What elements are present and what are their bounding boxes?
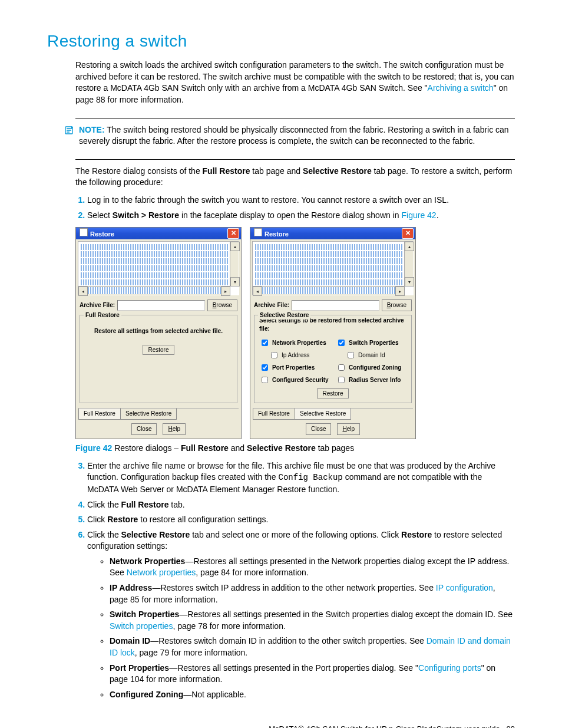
archive-file-input[interactable]: [292, 300, 379, 311]
browse-button[interactable]: Browse: [207, 299, 237, 311]
group-legend: Selective Restore: [258, 311, 310, 319]
list-item: Domain ID—Restores switch domain ID in a…: [110, 635, 515, 658]
text: —Restores switch IP address in addition …: [152, 583, 435, 592]
label: Ip Address: [282, 351, 309, 360]
checkbox-ip-address[interactable]: Ip Address: [259, 350, 330, 360]
note-icon: [65, 126, 74, 139]
checkbox-configured-zoning[interactable]: Configured Zoning: [336, 363, 406, 373]
horizontal-scrollbar[interactable]: ◂▸: [253, 286, 405, 295]
group-legend: Full Restore: [84, 311, 121, 319]
scroll-left-icon[interactable]: ◂: [253, 286, 262, 296]
label: Radius Server Info: [349, 376, 401, 384]
link-configuring-ports[interactable]: Configuring ports: [418, 663, 481, 673]
label: Switch Properties: [349, 339, 398, 347]
checkbox-port-properties[interactable]: Port Properties: [259, 363, 330, 373]
titlebar: Restore ✕: [250, 228, 415, 239]
scroll-up-icon[interactable]: ▴: [405, 242, 414, 251]
list-item: IP Address—Restores switch IP address in…: [110, 582, 515, 605]
scroll-up-icon[interactable]: ▴: [230, 242, 240, 251]
tab-full-restore[interactable]: Full Restore: [78, 409, 121, 420]
checkbox-network-properties[interactable]: Network Properties: [259, 338, 330, 348]
tab-full-restore[interactable]: Full Restore: [253, 409, 295, 420]
page-footer: McDATA® 4Gb SAN Switch for HP p-Class Bl…: [47, 724, 515, 728]
file-list: ▴▾ ◂▸: [252, 241, 414, 295]
window-title: Restore: [90, 230, 114, 238]
text: The Restore dialog consists of the: [75, 166, 203, 176]
horizontal-scrollbar[interactable]: ◂▸: [78, 286, 230, 295]
scroll-right-icon[interactable]: ▸: [221, 286, 230, 296]
scroll-left-icon[interactable]: ◂: [78, 286, 88, 296]
checkbox-radius-server[interactable]: Radius Server Info: [336, 375, 406, 385]
note-block: NOTE: The switch being restored should b…: [65, 124, 515, 147]
tab-selective-restore[interactable]: Selective Restore: [120, 409, 177, 420]
step-4: Click the Full Restore tab.: [87, 499, 515, 511]
text: —Restores all settings presented in the …: [169, 663, 418, 673]
step-1: Log in to the fabric through the switch …: [87, 195, 515, 206]
text: tab pages: [316, 443, 354, 453]
restore-button[interactable]: Restore: [317, 388, 348, 398]
options-list: Network Properties—Restores all settings…: [99, 556, 515, 701]
checkbox-configured-security[interactable]: Configured Security: [259, 375, 330, 385]
figure-caption: Figure 42 Restore dialogs – Full Restore…: [75, 443, 515, 454]
figure-label: Figure 42: [75, 443, 112, 453]
text: Switch Properties: [110, 610, 179, 619]
archive-file-input[interactable]: [117, 300, 205, 311]
scroll-down-icon[interactable]: ▾: [230, 277, 240, 286]
intro-paragraph: Restoring a switch loads the archived sw…: [75, 60, 515, 106]
text: tab.: [168, 500, 184, 509]
text: Restore dialogs –: [112, 443, 181, 453]
text: Selective Restore: [303, 166, 372, 176]
link-switch-properties[interactable]: Switch properties: [110, 621, 173, 631]
text: Selective Restore: [121, 530, 190, 539]
restore-button[interactable]: Restore: [143, 345, 174, 355]
text: Full Restore: [121, 500, 169, 509]
text: Switch > Restore: [113, 210, 179, 220]
footer-title: McDATA® 4Gb SAN Switch for HP p-Class Bl…: [269, 724, 500, 728]
restore-dialog-full: Restore ✕ ▴▾ ◂▸ Archive File: Browse Ful…: [75, 227, 242, 439]
text: tab and select one or more of the follow…: [190, 530, 401, 539]
text: Domain ID: [110, 636, 150, 645]
text: IP Address: [110, 583, 152, 592]
paragraph: The Restore dialog consists of the Full …: [75, 166, 515, 189]
text: to restore all configuration settings.: [138, 515, 268, 524]
vertical-scrollbar[interactable]: ▴▾: [404, 242, 413, 286]
close-icon[interactable]: ✕: [227, 228, 239, 239]
browse-button[interactable]: Browse: [382, 299, 412, 311]
tabstrip: Full Restore Selective Restore: [253, 408, 413, 420]
link-archiving[interactable]: Archiving a switch: [428, 83, 494, 93]
link-network-properties[interactable]: Network properties: [127, 568, 196, 577]
titlebar: Restore ✕: [76, 228, 241, 239]
list-item: Network Properties—Restores all settings…: [110, 556, 515, 579]
text: Select: [87, 210, 113, 220]
close-button[interactable]: Close: [306, 423, 332, 435]
close-button[interactable]: Close: [131, 423, 157, 435]
text: tab page and: [250, 166, 303, 176]
scroll-right-icon[interactable]: ▸: [395, 286, 405, 296]
step-3: Enter the archive file name or browse fo…: [87, 460, 515, 496]
scroll-down-icon[interactable]: ▾: [405, 277, 414, 286]
label: Port Properties: [272, 364, 315, 372]
text: Network Properties: [110, 556, 185, 566]
text: —Restores switch domain ID in addition t…: [150, 636, 426, 645]
text: Click: [87, 515, 107, 524]
list-item: Port Properties—Restores all settings pr…: [110, 663, 515, 686]
close-icon[interactable]: ✕: [402, 228, 414, 239]
help-button[interactable]: Help: [163, 423, 186, 435]
text: , page 84 for more information.: [196, 568, 308, 577]
help-button[interactable]: Help: [337, 423, 360, 435]
text: Configured Zoning: [110, 690, 183, 699]
link-figure42[interactable]: Figure 42: [401, 210, 436, 220]
text: Click the: [87, 530, 121, 539]
checkbox-domain-id[interactable]: Domain Id: [336, 350, 406, 360]
text: Restore: [107, 515, 138, 524]
text: Full Restore: [181, 443, 229, 453]
app-icon: [80, 228, 88, 236]
text: and: [229, 443, 247, 453]
checkbox-switch-properties[interactable]: Switch Properties: [336, 338, 406, 348]
list-item: Switch Properties—Restores all settings …: [110, 609, 515, 632]
step-5: Click Restore to restore all configurati…: [87, 514, 515, 526]
label: Network Properties: [272, 339, 326, 347]
link-ip-configuration[interactable]: IP configuration: [436, 583, 493, 592]
tab-selective-restore[interactable]: Selective Restore: [295, 409, 351, 420]
vertical-scrollbar[interactable]: ▴▾: [230, 242, 239, 286]
